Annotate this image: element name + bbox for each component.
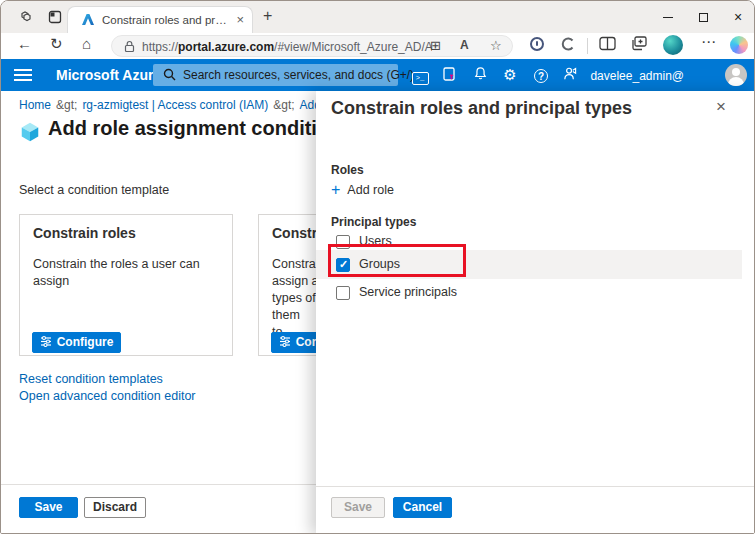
back-icon[interactable]: ← xyxy=(17,35,32,52)
constrain-panel: Constrain roles and principal types × Ro… xyxy=(316,91,755,534)
discard-button[interactable]: Discard xyxy=(84,497,146,518)
roles-label: Roles xyxy=(331,163,364,177)
configure-button-label: Configure xyxy=(57,335,114,349)
directories-filter-icon[interactable] xyxy=(441,66,459,84)
breadcrumb-access-control[interactable]: rg-azmigtest | Access control (IAM) xyxy=(82,98,268,112)
principal-type-row-service-principals[interactable]: Service principals xyxy=(316,281,742,305)
panel-title: Constrain roles and principal types xyxy=(331,98,632,119)
sliders-icon xyxy=(279,335,291,347)
azure-search-placeholder: Search resources, services, and docs (G+… xyxy=(183,68,414,82)
principal-type-row-groups[interactable]: Groups xyxy=(316,250,742,279)
azure-top-bar: Microsoft Azure Search resources, servic… xyxy=(1,59,754,91)
browser-tab[interactable]: Constrain roles and principal typ × xyxy=(67,6,253,33)
tab-close-icon[interactable]: × xyxy=(236,12,244,27)
sliders-icon xyxy=(40,335,52,347)
collections-icon[interactable] xyxy=(631,36,648,55)
open-advanced-editor-link[interactable]: Open advanced condition editor xyxy=(19,389,196,403)
add-role-button[interactable]: +Add role xyxy=(331,181,394,199)
browser-titlebar: Constrain roles and principal typ × + × xyxy=(1,1,754,33)
refresh-icon[interactable]: ↻ xyxy=(50,35,63,53)
principal-type-label: Groups xyxy=(359,257,400,271)
page-title: Add role assignment condition xyxy=(48,117,341,140)
feedback-icon[interactable] xyxy=(561,66,579,84)
principal-type-label: Service principals xyxy=(359,285,457,299)
home-icon[interactable]: ⌂ xyxy=(82,35,91,52)
reset-condition-templates-link[interactable]: Reset condition templates xyxy=(19,372,163,386)
read-aloud-icon[interactable]: A xyxy=(460,38,469,52)
azure-search-input[interactable]: Search resources, services, and docs (G+… xyxy=(153,64,398,86)
extension-2-icon[interactable] xyxy=(560,36,576,56)
save-button[interactable]: Save xyxy=(19,497,78,518)
checkbox-groups[interactable] xyxy=(336,258,350,272)
checkbox-users[interactable] xyxy=(336,235,350,249)
panel-save-button[interactable]: Save xyxy=(331,497,385,518)
extension-1-icon[interactable] xyxy=(529,36,545,56)
notifications-bell-icon[interactable] xyxy=(471,66,489,84)
breadcrumb-separator: &gt; xyxy=(273,98,294,112)
cloud-shell-icon[interactable]: >_ xyxy=(411,66,429,84)
favorites-star-icon[interactable]: ☆ xyxy=(490,38,502,53)
window-minimize-button[interactable] xyxy=(651,1,685,33)
card-title: Constrain roles xyxy=(33,225,136,241)
minimize-icon xyxy=(663,17,673,18)
select-template-label: Select a condition template xyxy=(19,183,169,197)
configure-button[interactable]: Configure xyxy=(32,332,121,353)
help-icon[interactable]: ? xyxy=(532,66,550,84)
plus-icon: + xyxy=(331,181,340,198)
vertical-tabs-icon[interactable] xyxy=(47,9,63,25)
split-tab-icon[interactable]: ⊞ xyxy=(430,38,441,53)
copilot-icon[interactable] xyxy=(730,36,748,54)
add-role-label: Add role xyxy=(347,183,394,197)
principal-type-label: Users xyxy=(359,234,392,248)
address-bar[interactable]: https://portal.azure.com/#view/Microsoft… xyxy=(111,35,513,57)
split-screen-icon[interactable] xyxy=(599,36,616,55)
browser-window: Constrain roles and principal typ × + × … xyxy=(0,0,755,534)
settings-ellipsis-icon[interactable]: ⋯ xyxy=(701,33,716,51)
search-icon xyxy=(163,68,176,81)
workspaces-icon[interactable] xyxy=(17,9,33,25)
browser-toolbar: ← ↻ ⌂ https://portal.azure.com/#view/Mic… xyxy=(1,33,754,59)
lock-icon xyxy=(124,40,135,53)
window-close-button[interactable]: × xyxy=(721,1,755,33)
panel-close-icon[interactable]: × xyxy=(716,97,726,117)
account-avatar[interactable] xyxy=(725,64,747,86)
azure-brand[interactable]: Microsoft Azure xyxy=(56,67,161,83)
breadcrumb-separator: &gt; xyxy=(56,98,77,112)
account-name[interactable]: davelee_admin@ xyxy=(590,69,684,83)
toolbar-divider xyxy=(587,38,588,54)
url-text: https://portal.azure.com/#view/Microsoft… xyxy=(142,40,432,54)
browser-profile-avatar[interactable] xyxy=(663,35,683,55)
breadcrumb-home[interactable]: Home xyxy=(19,98,51,112)
new-tab-button[interactable]: + xyxy=(263,7,272,25)
principal-types-label: Principal types xyxy=(331,215,416,229)
panel-footer-divider xyxy=(316,486,755,487)
tab-title: Constrain roles and principal typ xyxy=(102,14,228,26)
azure-favicon xyxy=(80,12,96,28)
hamburger-menu-icon[interactable] xyxy=(14,69,32,81)
panel-cancel-button[interactable]: Cancel xyxy=(393,497,452,518)
settings-gear-icon[interactable]: ⚙ xyxy=(501,66,519,84)
card-description: Constrain the roles a user can assign xyxy=(33,256,225,290)
condition-cube-icon xyxy=(18,121,42,143)
checkbox-service-principals[interactable] xyxy=(336,286,350,300)
window-maximize-button[interactable] xyxy=(686,1,720,33)
card-constrain-roles[interactable]: Constrain roles Constrain the roles a us… xyxy=(19,214,233,356)
maximize-icon xyxy=(699,13,708,22)
